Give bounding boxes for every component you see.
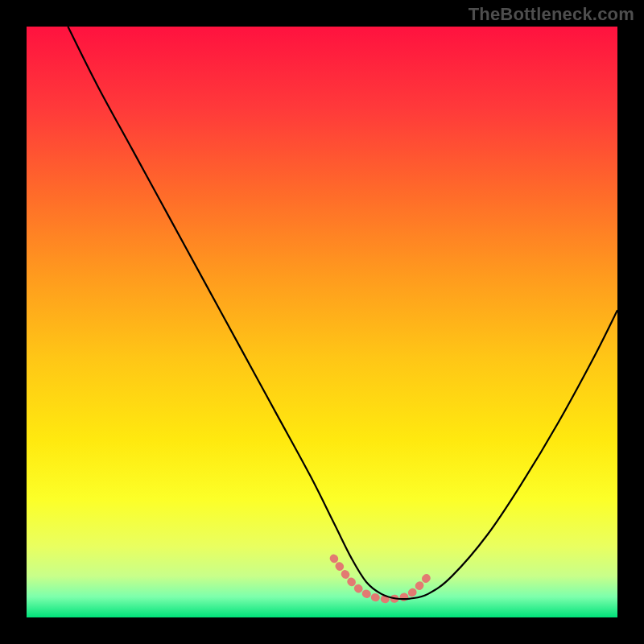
plot-area [27, 27, 617, 617]
watermark-text: TheBottleneck.com [469, 4, 634, 25]
chart-stage: TheBottleneck.com [0, 0, 644, 644]
bottleneck-curve [27, 27, 617, 617]
